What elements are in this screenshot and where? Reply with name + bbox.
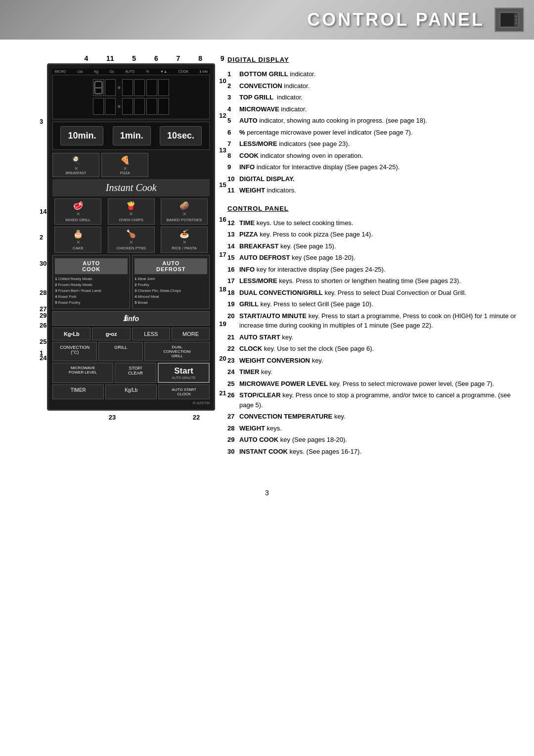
auto-cook-box[interactable]: AUTOCOOK 1 Chilled Ready Meals 2 Frozen … <box>52 255 130 309</box>
page-number: 3 <box>0 479 534 507</box>
10sec-button[interactable]: 10sec. <box>160 126 202 145</box>
digit-cell <box>93 98 104 115</box>
rice-pasta-icon: 🍝 <box>162 229 206 238</box>
control-panel-section: CONTROL PANEL 12 TIME keys. Use to selec… <box>227 203 524 457</box>
cake-label: CAKE <box>56 246 100 250</box>
pizza-button[interactable]: 🍕 ✕ PIZZA <box>101 153 148 177</box>
page-title: CONTROL PANEL <box>307 9 485 30</box>
label-15: 15 <box>219 181 226 189</box>
desc-item-30: 30 INSTANT COOK keys. (See pages 16-17). <box>227 447 524 457</box>
auto-cook-item-2: 2 Frozen Ready Meals <box>55 282 128 288</box>
auto-defrost-item-2: 2 Poultry <box>134 282 207 288</box>
stop-clear-button[interactable]: STOP/CLEAR <box>115 363 156 383</box>
model-number: R-82STM <box>52 401 210 405</box>
mixed-grill-button[interactable]: 🥩 ✕ MIXED GRILL <box>54 198 101 225</box>
oven-chips-label: OVEN CHIPS <box>109 218 153 222</box>
label-17: 17 <box>219 251 226 258</box>
grill-button[interactable]: GRILL <box>98 342 143 361</box>
auto-section: AUTOCOOK 1 Chilled Ready Meals 2 Frozen … <box>52 255 210 309</box>
rice-pasta-button[interactable]: 🍝 ✕ RICE / PASTA <box>161 227 208 253</box>
crosshair-icon-7: ✕ <box>109 239 153 245</box>
more-button[interactable]: MORE <box>172 328 210 340</box>
digit-cell <box>105 79 116 96</box>
oven-chips-icon: 🍟 <box>109 201 153 210</box>
auto-defrost-item-1: 1 Meat Joint <box>134 276 207 282</box>
10min-button[interactable]: 10min. <box>60 126 103 145</box>
baked-potatoes-button[interactable]: 🥔 ✕ BAKED POTATOES <box>161 198 208 225</box>
digit-cell <box>105 98 116 115</box>
chicken-icon: 🍗 <box>109 229 153 238</box>
label-25: 25 <box>40 338 46 345</box>
label-27: 27 <box>40 305 46 313</box>
crosshair-icon-8: ✕ <box>162 239 206 245</box>
side-right-numbers: 10 12 13 15 16 17 18 19 20 21 <box>215 63 226 411</box>
breakfast-pizza-row: 🍳 ✕ BREAKFAST 🍕 ✕ PIZZA <box>52 153 210 177</box>
bottom-number-row: 23 22 <box>70 414 238 421</box>
desc-item-26: 26 STOP/CLEAR key. Press once to stop a … <box>227 390 524 410</box>
crosshair-icon-5: ✕ <box>162 211 206 217</box>
desc-item-14: 14 BREAKFAST key. (See page 15). <box>227 241 524 251</box>
digital-display-list: 1 BOTTOM GRILL indicator. 2 CONVECTION i… <box>227 69 524 195</box>
digit-group-6 <box>146 98 169 115</box>
desc-item-11: 11 WEIGHT indicators. <box>227 186 524 195</box>
diagram-wrapper: 4 11 5 6 7 8 9 3 2 1 MICR <box>40 54 218 421</box>
timer-button[interactable]: TIMER <box>52 384 104 399</box>
convection-button[interactable]: CONVECTION(°C) <box>52 342 97 361</box>
info-button[interactable]: ℹinfo <box>52 311 210 326</box>
kg-lb-button[interactable]: Kg•Lb <box>52 328 90 340</box>
1min-button[interactable]: 1min. <box>113 126 151 145</box>
less-button[interactable]: LESS <box>132 328 170 340</box>
convection-row: CONVECTION(°C) GRILL DUALCONVECTION/GRIL… <box>52 342 210 361</box>
desc-item-28: 28 WEIGHT keys. <box>227 424 524 433</box>
crosshair-icon-3: ✕ <box>56 211 100 217</box>
control-panel-list: 12 TIME keys. Use to select cooking time… <box>227 218 524 457</box>
microwave-power-button[interactable]: MICROWAVEPOWER LEVEL <box>52 363 113 383</box>
auto-defrost-items: 1 Meat Joint 2 Poultry 3 Chicken Ptn, St… <box>134 276 207 306</box>
side-labels-wrapper: 3 2 1 MICRO Lbs Kg Oz AUTO % ▼▲ C <box>40 63 226 411</box>
cake-button[interactable]: 🎂 ✕ CAKE <box>54 227 101 253</box>
dual-convection-button[interactable]: DUALCONVECTION/GRILL <box>144 342 210 361</box>
cook-indicator: COOK <box>178 70 189 74</box>
digit-row-2: • <box>56 98 206 115</box>
desc-item-6: 6 % percentage microwave power level ind… <box>227 128 524 138</box>
desc-item-24: 24 TIMER key. <box>227 367 524 377</box>
oven-chips-button[interactable]: 🍟 ✕ OVEN CHIPS <box>108 198 155 225</box>
auto-defrost-box[interactable]: AUTODEFROST 1 Meat Joint 2 Poultry 3 Chi… <box>132 255 210 309</box>
auto-start-clock-button[interactable]: AUTO STARTCLOCK <box>158 384 210 399</box>
g-oz-button[interactable]: g•oz <box>92 328 130 340</box>
start-button[interactable]: Start AUTO MINUTE <box>158 363 210 383</box>
label-20: 20 <box>219 355 226 362</box>
chicken-button[interactable]: 🍗 ✕ CHICKEN PTNS <box>108 227 155 253</box>
digit-cell <box>158 98 169 115</box>
desc-item-22: 22 CLOCK key. Use to set the clock (See … <box>227 344 524 354</box>
instant-cook-row-1: 🥩 ✕ MIXED GRILL 🍟 ✕ OVEN CHIPS 🥔 ✕ <box>52 198 210 225</box>
auto-defrost-item-5: 5 Bread <box>134 300 207 306</box>
label-30: 30 <box>40 260 46 267</box>
label-16: 16 <box>219 216 226 223</box>
desc-item-8: 8 COOK indicator showing oven in operati… <box>227 151 524 161</box>
svg-rect-1 <box>501 13 514 26</box>
digit-cell <box>158 79 169 96</box>
desc-item-5: 5 AUTO indicator, showing auto cooking i… <box>227 116 524 126</box>
instant-cook-row-2: 🎂 ✕ CAKE 🍗 ✕ CHICKEN PTNS 🍝 ✕ RIC <box>52 227 210 253</box>
timer-clock-row: TIMER Kg/Lb AUTO STARTCLOCK <box>52 384 210 399</box>
panel-diagram: MICRO Lbs Kg Oz AUTO % ▼▲ COOK ℹ info <box>47 63 215 411</box>
desc-item-19: 19 GRILL key. Press to select Grill (See… <box>227 299 524 309</box>
chicken-label: CHICKEN PTNS <box>109 246 153 250</box>
desc-item-4: 4 MICROWAVE indicator. <box>227 104 524 114</box>
digital-display-section: DIGITAL DISPLAY 1 BOTTOM GRILL indicator… <box>227 54 524 195</box>
kglb-button[interactable]: Kg/Lb <box>105 384 157 399</box>
label-7: 7 <box>177 54 180 62</box>
breakfast-button[interactable]: 🍳 ✕ BREAKFAST <box>52 153 99 177</box>
desc-item-15: 15 AUTO DEFROST key (See page 18-20). <box>227 253 524 263</box>
label-8: 8 <box>198 54 202 62</box>
auto-cook-item-1: 1 Chilled Ready Meals <box>55 276 128 282</box>
desc-item-10: 10 DIGITAL DISPLAY. <box>227 174 524 184</box>
kg-indicator: Kg <box>94 70 98 74</box>
main-content: 4 11 5 6 7 8 9 3 2 1 MICR <box>0 40 534 479</box>
mixed-grill-label: MIXED GRILL <box>56 218 100 222</box>
desc-item-16: 16 INFO key for interactive display (See… <box>227 265 524 275</box>
crosshair-icon-6: ✕ <box>56 239 100 245</box>
label-19: 19 <box>219 320 226 328</box>
svg-point-5 <box>515 22 517 24</box>
